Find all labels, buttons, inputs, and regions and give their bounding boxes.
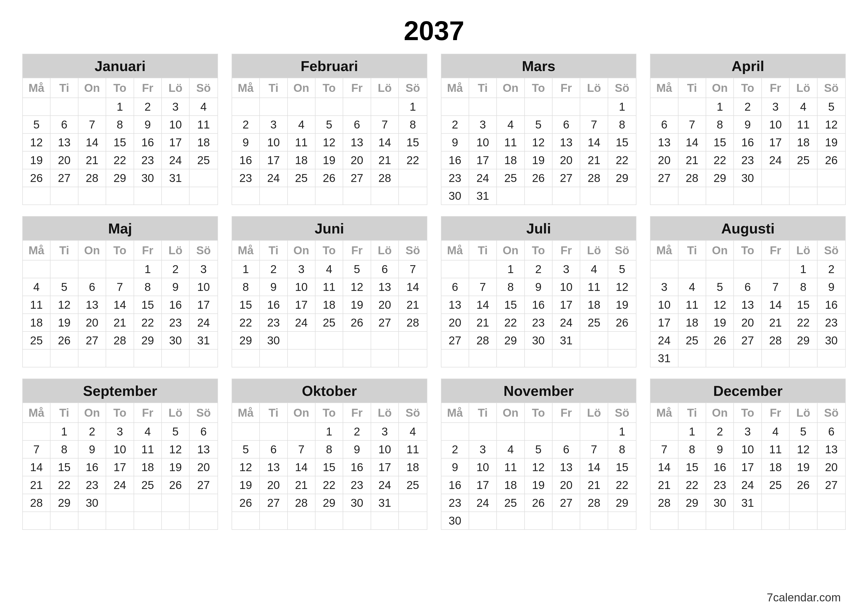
week-row: [23, 187, 217, 205]
weekday-row: MåTiOnToFrLöSö: [23, 241, 217, 260]
day-cell: 19: [232, 476, 260, 494]
day-cell: [679, 512, 706, 529]
day-cell: 28: [371, 169, 399, 187]
weekday-label: Fr: [343, 241, 371, 260]
day-cell: 22: [608, 476, 636, 494]
day-cell: [469, 260, 497, 278]
day-cell: [288, 332, 315, 350]
day-cell: [78, 260, 106, 278]
day-cell: 6: [553, 441, 580, 459]
day-cell: 25: [399, 476, 426, 494]
day-cell: 12: [232, 459, 260, 476]
day-cell: [762, 494, 790, 512]
day-cell: [497, 423, 525, 441]
weekday-label: Ti: [469, 241, 497, 260]
week-row: 123: [23, 260, 217, 278]
day-cell: [343, 512, 371, 529]
day-cell: 25: [315, 314, 343, 332]
day-cell: 18: [189, 134, 217, 152]
day-cell: [288, 187, 315, 205]
day-cell: 4: [399, 423, 426, 441]
day-cell: 13: [189, 441, 217, 459]
week-row: 6789101112: [442, 278, 636, 296]
day-cell: 11: [497, 134, 525, 152]
day-cell: 30: [734, 169, 762, 187]
week-row: 567891011: [23, 116, 217, 134]
day-cell: [679, 350, 706, 367]
week-row: [651, 187, 845, 205]
week-row: 1234: [232, 423, 427, 441]
day-cell: 12: [162, 441, 189, 459]
day-cell: 17: [162, 134, 189, 152]
day-cell: [260, 423, 288, 441]
day-cell: [23, 512, 51, 529]
week-row: 1: [442, 98, 636, 116]
weekday-label: Sö: [817, 78, 845, 98]
weekday-label: On: [706, 403, 734, 423]
day-cell: 23: [442, 169, 469, 187]
day-cell: 1: [790, 260, 817, 278]
day-cell: 24: [469, 494, 497, 512]
day-cell: 26: [608, 314, 636, 332]
day-cell: [343, 98, 371, 116]
day-cell: 30: [260, 332, 288, 350]
week-row: 25262728293031: [23, 332, 217, 350]
week-row: 78910111213: [651, 441, 845, 459]
day-cell: 10: [762, 116, 790, 134]
day-cell: 14: [580, 459, 608, 476]
week-row: 24252627282930: [651, 332, 845, 350]
day-cell: 26: [232, 494, 260, 512]
day-cell: 3: [734, 423, 762, 441]
day-cell: 12: [315, 134, 343, 152]
day-cell: 11: [399, 441, 426, 459]
day-cell: 19: [525, 152, 553, 169]
month-block: AprilMåTiOnToFrLöSö123456789101112131415…: [650, 54, 846, 205]
weekday-label: To: [734, 403, 762, 423]
day-cell: 27: [343, 169, 371, 187]
week-row: 567891011: [232, 441, 427, 459]
month-name: Juli: [442, 217, 636, 241]
day-cell: 24: [260, 169, 288, 187]
day-cell: 11: [189, 116, 217, 134]
day-cell: 16: [442, 152, 469, 169]
day-cell: [51, 512, 78, 529]
day-cell: 10: [734, 441, 762, 459]
day-cell: 13: [51, 134, 78, 152]
weekday-label: On: [497, 78, 525, 98]
day-cell: [232, 187, 260, 205]
weekday-label: Må: [23, 241, 51, 260]
day-cell: 13: [734, 296, 762, 314]
weekday-row: MåTiOnToFrLöSö: [442, 241, 636, 260]
day-cell: 24: [651, 332, 678, 350]
day-cell: 17: [553, 296, 580, 314]
day-cell: 26: [51, 332, 78, 350]
day-cell: [553, 423, 580, 441]
day-cell: [580, 512, 608, 529]
weekday-label: Sö: [817, 241, 845, 260]
day-cell: [134, 512, 162, 529]
week-row: [23, 512, 217, 529]
footer-credit: 7calendar.com: [767, 591, 841, 604]
day-cell: 8: [679, 441, 706, 459]
day-cell: [399, 350, 426, 367]
month-name: Maj: [23, 217, 217, 241]
day-cell: 16: [343, 459, 371, 476]
day-cell: [23, 98, 51, 116]
day-cell: 18: [288, 152, 315, 169]
day-cell: 25: [497, 169, 525, 187]
weekday-label: On: [288, 241, 315, 260]
day-cell: [580, 423, 608, 441]
day-cell: [134, 494, 162, 512]
day-cell: 27: [651, 169, 678, 187]
weekday-label: Ti: [260, 78, 288, 98]
day-cell: 15: [608, 459, 636, 476]
day-cell: 31: [734, 494, 762, 512]
day-cell: [608, 350, 636, 367]
day-cell: 11: [315, 278, 343, 296]
day-cell: 10: [371, 441, 399, 459]
day-cell: [817, 350, 845, 367]
day-cell: [399, 169, 426, 187]
day-cell: 21: [580, 152, 608, 169]
day-cell: [78, 98, 106, 116]
day-cell: 24: [288, 314, 315, 332]
